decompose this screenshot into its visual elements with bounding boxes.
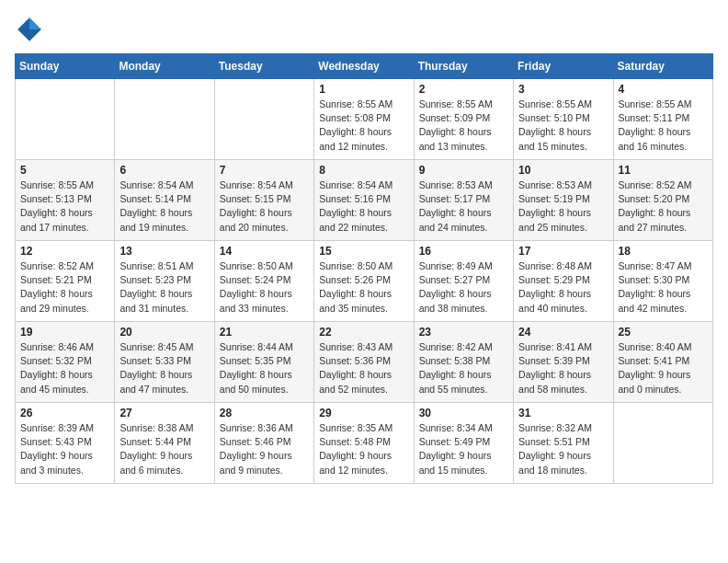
day-info: Sunrise: 8:54 AM Sunset: 5:15 PM Dayligh…	[220, 178, 309, 235]
page-header	[15, 15, 713, 44]
day-number: 13	[119, 245, 209, 258]
day-info: Sunrise: 8:52 AM Sunset: 5:21 PM Dayligh…	[20, 259, 109, 316]
day-number: 22	[319, 326, 408, 339]
day-info: Sunrise: 8:41 AM Sunset: 5:39 PM Dayligh…	[518, 340, 608, 396]
day-info: Sunrise: 8:44 AM Sunset: 5:35 PM Dayligh…	[220, 340, 309, 396]
day-info: Sunrise: 8:40 AM Sunset: 5:41 PM Dayligh…	[619, 340, 708, 396]
day-number: 2	[419, 83, 508, 96]
day-number: 16	[419, 245, 508, 258]
calendar-cell: 10Sunrise: 8:53 AM Sunset: 5:19 PM Dayli…	[514, 160, 613, 241]
day-number: 24	[518, 326, 608, 339]
week-row-3: 12Sunrise: 8:52 AM Sunset: 5:21 PM Dayli…	[16, 241, 713, 322]
day-info: Sunrise: 8:38 AM Sunset: 5:44 PM Dayligh…	[119, 421, 209, 477]
svg-marker-1	[29, 17, 41, 29]
day-info: Sunrise: 8:50 AM Sunset: 5:26 PM Dayligh…	[319, 259, 408, 316]
calendar-cell: 24Sunrise: 8:41 AM Sunset: 5:39 PM Dayli…	[514, 322, 613, 403]
weekday-header-saturday: Saturday	[613, 54, 712, 79]
day-info: Sunrise: 8:42 AM Sunset: 5:38 PM Dayligh…	[419, 340, 508, 396]
day-number: 30	[419, 407, 508, 419]
day-number: 1	[319, 83, 408, 96]
day-info: Sunrise: 8:46 AM Sunset: 5:32 PM Dayligh…	[20, 340, 109, 396]
calendar-cell: 15Sunrise: 8:50 AM Sunset: 5:26 PM Dayli…	[314, 241, 414, 322]
calendar-cell: 5Sunrise: 8:55 AM Sunset: 5:13 PM Daylig…	[16, 160, 115, 241]
day-number: 12	[20, 245, 109, 258]
calendar-cell: 30Sunrise: 8:34 AM Sunset: 5:49 PM Dayli…	[414, 403, 513, 484]
day-number: 19	[20, 326, 109, 339]
calendar-cell: 3Sunrise: 8:55 AM Sunset: 5:10 PM Daylig…	[514, 79, 613, 160]
calendar-cell: 27Sunrise: 8:38 AM Sunset: 5:44 PM Dayli…	[115, 403, 214, 484]
calendar-cell: 13Sunrise: 8:51 AM Sunset: 5:23 PM Dayli…	[115, 241, 214, 322]
calendar-cell	[214, 79, 313, 160]
day-number: 29	[319, 407, 408, 419]
day-number: 4	[619, 83, 708, 96]
day-number: 5	[20, 164, 109, 177]
day-number: 20	[119, 326, 209, 339]
calendar-cell	[613, 403, 712, 484]
logo	[15, 15, 48, 44]
calendar-cell: 16Sunrise: 8:49 AM Sunset: 5:27 PM Dayli…	[414, 241, 513, 322]
day-info: Sunrise: 8:39 AM Sunset: 5:43 PM Dayligh…	[20, 421, 109, 477]
weekday-header-row: SundayMondayTuesdayWednesdayThursdayFrid…	[16, 54, 713, 79]
day-number: 18	[619, 245, 708, 258]
day-info: Sunrise: 8:43 AM Sunset: 5:36 PM Dayligh…	[319, 340, 408, 396]
calendar-cell: 2Sunrise: 8:55 AM Sunset: 5:09 PM Daylig…	[414, 79, 513, 160]
day-info: Sunrise: 8:52 AM Sunset: 5:20 PM Dayligh…	[619, 178, 708, 235]
day-info: Sunrise: 8:55 AM Sunset: 5:13 PM Dayligh…	[20, 178, 109, 235]
day-info: Sunrise: 8:51 AM Sunset: 5:23 PM Dayligh…	[119, 259, 209, 316]
day-number: 26	[20, 407, 109, 419]
day-info: Sunrise: 8:36 AM Sunset: 5:46 PM Dayligh…	[220, 421, 309, 477]
week-row-2: 5Sunrise: 8:55 AM Sunset: 5:13 PM Daylig…	[16, 160, 713, 241]
day-info: Sunrise: 8:55 AM Sunset: 5:08 PM Dayligh…	[319, 98, 408, 154]
day-number: 10	[518, 164, 608, 177]
day-info: Sunrise: 8:47 AM Sunset: 5:30 PM Dayligh…	[619, 259, 708, 316]
week-row-4: 19Sunrise: 8:46 AM Sunset: 5:32 PM Dayli…	[16, 322, 713, 403]
day-number: 3	[518, 83, 608, 96]
day-info: Sunrise: 8:49 AM Sunset: 5:27 PM Dayligh…	[419, 259, 508, 316]
day-info: Sunrise: 8:48 AM Sunset: 5:29 PM Dayligh…	[518, 259, 608, 316]
day-number: 7	[220, 164, 309, 177]
day-info: Sunrise: 8:54 AM Sunset: 5:14 PM Dayligh…	[119, 178, 209, 235]
day-info: Sunrise: 8:55 AM Sunset: 5:11 PM Dayligh…	[619, 98, 708, 154]
day-number: 17	[518, 245, 608, 258]
day-info: Sunrise: 8:45 AM Sunset: 5:33 PM Dayligh…	[119, 340, 209, 396]
calendar-cell: 17Sunrise: 8:48 AM Sunset: 5:29 PM Dayli…	[514, 241, 613, 322]
day-info: Sunrise: 8:53 AM Sunset: 5:19 PM Dayligh…	[518, 178, 608, 235]
calendar-cell: 19Sunrise: 8:46 AM Sunset: 5:32 PM Dayli…	[16, 322, 115, 403]
calendar-cell: 9Sunrise: 8:53 AM Sunset: 5:17 PM Daylig…	[414, 160, 513, 241]
calendar-cell: 8Sunrise: 8:54 AM Sunset: 5:16 PM Daylig…	[314, 160, 414, 241]
day-number: 28	[220, 407, 309, 419]
calendar-cell: 14Sunrise: 8:50 AM Sunset: 5:24 PM Dayli…	[214, 241, 313, 322]
day-number: 15	[319, 245, 408, 258]
day-number: 6	[119, 164, 209, 177]
calendar-cell: 29Sunrise: 8:35 AM Sunset: 5:48 PM Dayli…	[314, 403, 414, 484]
day-info: Sunrise: 8:54 AM Sunset: 5:16 PM Dayligh…	[319, 178, 408, 235]
day-number: 14	[220, 245, 309, 258]
day-info: Sunrise: 8:32 AM Sunset: 5:51 PM Dayligh…	[518, 421, 608, 477]
day-info: Sunrise: 8:55 AM Sunset: 5:09 PM Dayligh…	[419, 98, 508, 154]
calendar-cell: 21Sunrise: 8:44 AM Sunset: 5:35 PM Dayli…	[214, 322, 313, 403]
day-number: 27	[119, 407, 209, 419]
day-number: 11	[619, 164, 708, 177]
day-number: 9	[419, 164, 508, 177]
calendar-cell: 22Sunrise: 8:43 AM Sunset: 5:36 PM Dayli…	[314, 322, 414, 403]
day-number: 21	[220, 326, 309, 339]
calendar-cell: 26Sunrise: 8:39 AM Sunset: 5:43 PM Dayli…	[16, 403, 115, 484]
calendar-cell: 12Sunrise: 8:52 AM Sunset: 5:21 PM Dayli…	[16, 241, 115, 322]
day-info: Sunrise: 8:34 AM Sunset: 5:49 PM Dayligh…	[419, 421, 508, 477]
day-number: 8	[319, 164, 408, 177]
calendar-cell	[16, 79, 115, 160]
calendar-cell: 1Sunrise: 8:55 AM Sunset: 5:08 PM Daylig…	[314, 79, 414, 160]
calendar-cell: 23Sunrise: 8:42 AM Sunset: 5:38 PM Dayli…	[414, 322, 513, 403]
week-row-1: 1Sunrise: 8:55 AM Sunset: 5:08 PM Daylig…	[16, 79, 713, 160]
calendar-cell: 31Sunrise: 8:32 AM Sunset: 5:51 PM Dayli…	[514, 403, 613, 484]
calendar-cell: 28Sunrise: 8:36 AM Sunset: 5:46 PM Dayli…	[214, 403, 313, 484]
calendar-cell: 20Sunrise: 8:45 AM Sunset: 5:33 PM Dayli…	[115, 322, 214, 403]
day-number: 23	[419, 326, 508, 339]
logo-icon	[15, 15, 44, 44]
weekday-header-monday: Monday	[115, 54, 214, 79]
day-info: Sunrise: 8:35 AM Sunset: 5:48 PM Dayligh…	[319, 421, 408, 477]
weekday-header-wednesday: Wednesday	[314, 54, 414, 79]
calendar-cell: 18Sunrise: 8:47 AM Sunset: 5:30 PM Dayli…	[613, 241, 712, 322]
calendar-cell	[115, 79, 214, 160]
calendar-cell: 6Sunrise: 8:54 AM Sunset: 5:14 PM Daylig…	[115, 160, 214, 241]
